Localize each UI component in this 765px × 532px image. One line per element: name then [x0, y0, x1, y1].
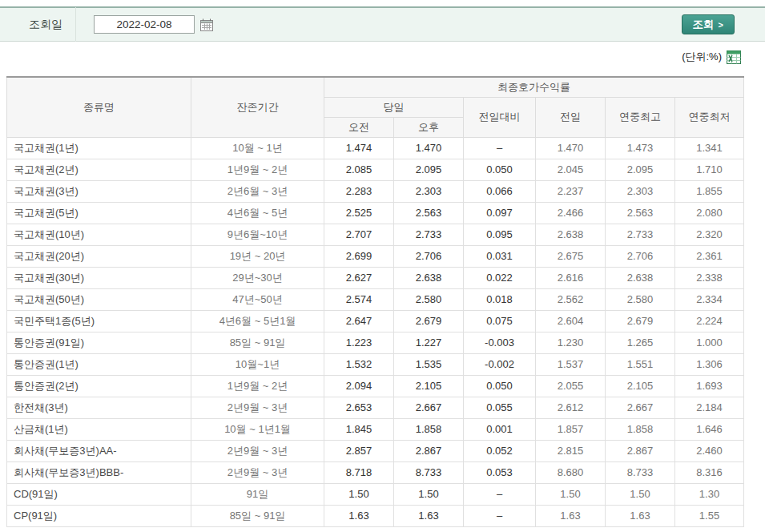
calendar-icon-svg	[200, 18, 214, 31]
cell-change: 0.050	[464, 375, 536, 397]
table-row: 국고채권(20년)19년 ~ 20년2.6992.7060.0312.6752.…	[7, 245, 744, 267]
cell-prev: 2.815	[536, 440, 606, 461]
table-row: 국고채권(2년)1년9월 ~ 2년2.0852.0950.0502.0452.0…	[7, 159, 744, 180]
cell-type: 회사채(무보증3년)BBB-	[7, 461, 191, 483]
cell-type: 한전채(3년)	[7, 397, 191, 418]
cell-prev: 2.612	[536, 397, 606, 418]
cell-prev: 2.466	[536, 202, 606, 224]
cell-change: 0.052	[464, 440, 536, 461]
cell-high: 1.551	[606, 353, 675, 375]
cell-pm: 1.470	[394, 137, 464, 159]
cell-pm: 2.580	[394, 288, 464, 310]
col-header-am: 오전	[324, 117, 394, 137]
cell-am: 1.532	[324, 353, 394, 375]
cell-high: 2.667	[606, 397, 675, 418]
excel-icon-svg	[727, 50, 741, 64]
unit-label: (단위:%)	[682, 50, 722, 64]
cell-period: 47년~50년	[191, 288, 324, 310]
cell-prev: 2.675	[536, 245, 606, 267]
cell-prev: 8.680	[536, 461, 606, 483]
table-row: 국민주택1종(5년)4년6월 ~ 5년1월2.6472.6790.0752.60…	[7, 310, 744, 332]
cell-high: 2.580	[606, 288, 675, 310]
cell-pm: 1.63	[394, 505, 464, 526]
excel-download-icon[interactable]	[727, 50, 741, 64]
col-header-yield-group: 최종호가수익률	[324, 77, 744, 97]
cell-low: 1.693	[675, 375, 744, 397]
cell-low: 2.080	[675, 202, 744, 224]
cell-change: 0.055	[464, 397, 536, 418]
cell-type: 회사채(무보증3년)AA-	[7, 440, 191, 461]
cell-pm: 1.227	[394, 332, 464, 353]
cell-change: -0.002	[464, 353, 536, 375]
cell-am: 2.707	[324, 224, 394, 245]
cell-change: 0.001	[464, 418, 536, 440]
cell-type: 국고채권(1년)	[7, 137, 191, 159]
cell-high: 2.706	[606, 245, 675, 267]
col-header-low: 연중최저	[675, 97, 744, 137]
col-header-prev: 전일	[536, 97, 606, 137]
cell-low: 1.710	[675, 159, 744, 180]
cell-change: –	[464, 505, 536, 526]
cell-period: 1년9월 ~ 2년	[191, 159, 324, 180]
cell-pm: 2.867	[394, 440, 464, 461]
cell-type: 국민주택1종(5년)	[7, 310, 191, 332]
cell-am: 2.094	[324, 375, 394, 397]
cell-period: 1년9월 ~ 2년	[191, 375, 324, 397]
table-row: 한전채(3년)2년9월 ~ 3년2.6532.6670.0552.6122.66…	[7, 397, 744, 418]
search-button[interactable]: 조회 >	[682, 14, 735, 34]
cell-low: 1.341	[675, 137, 744, 159]
cell-prev: 2.237	[536, 180, 606, 202]
cell-change: 0.050	[464, 159, 536, 180]
cell-type: 국고채권(3년)	[7, 180, 191, 202]
cell-pm: 2.733	[394, 224, 464, 245]
cell-change: –	[464, 483, 536, 505]
cell-change: 0.097	[464, 202, 536, 224]
search-button-label: 조회	[693, 18, 715, 32]
calendar-icon[interactable]	[200, 18, 214, 31]
cell-period: 10월 ~ 1년	[191, 137, 324, 159]
col-header-pm: 오후	[394, 117, 464, 137]
cell-period: 10월 ~ 1년1월	[191, 418, 324, 440]
cell-low: 1.55	[675, 505, 744, 526]
cell-period: 85일 ~ 91일	[191, 332, 324, 353]
col-header-period: 잔존기간	[191, 77, 324, 137]
table-row: 회사채(무보증3년)AA-2년9월 ~ 3년2.8572.8670.0522.8…	[7, 440, 744, 461]
cell-high: 1.265	[606, 332, 675, 353]
cell-prev: 2.045	[536, 159, 606, 180]
toolbar-divider	[75, 7, 76, 42]
cell-pm: 8.733	[394, 461, 464, 483]
cell-high: 2.563	[606, 202, 675, 224]
cell-am: 2.653	[324, 397, 394, 418]
cell-pm: 2.105	[394, 375, 464, 397]
cell-high: 2.638	[606, 267, 675, 288]
cell-am: 2.699	[324, 245, 394, 267]
cell-low: 2.361	[675, 245, 744, 267]
cell-period: 2년6월 ~ 3년	[191, 180, 324, 202]
cell-prev: 2.562	[536, 288, 606, 310]
cell-prev: 2.055	[536, 375, 606, 397]
cell-type: 산금채(1년)	[7, 418, 191, 440]
cell-period: 4년6월 ~ 5년1월	[191, 310, 324, 332]
cell-low: 8.316	[675, 461, 744, 483]
cell-period: 85일 ~ 91일	[191, 505, 324, 526]
cell-pm: 2.667	[394, 397, 464, 418]
table-row: 국고채권(3년)2년6월 ~ 3년2.2832.3030.0662.2372.3…	[7, 180, 744, 202]
table-row: CD(91일)91일1.501.50–1.501.501.30	[7, 483, 744, 505]
cell-period: 2년9월 ~ 3년	[191, 397, 324, 418]
cell-period: 4년6월 ~ 5년	[191, 202, 324, 224]
cell-change: 0.095	[464, 224, 536, 245]
cell-prev: 2.638	[536, 224, 606, 245]
date-label: 조회일	[29, 18, 75, 32]
cell-high: 1.473	[606, 137, 675, 159]
cell-type: 국고채권(50년)	[7, 288, 191, 310]
cell-low: 2.224	[675, 310, 744, 332]
date-input[interactable]	[94, 15, 195, 34]
cell-am: 1.474	[324, 137, 394, 159]
cell-high: 2.733	[606, 224, 675, 245]
cell-pm: 2.706	[394, 245, 464, 267]
cell-high: 1.63	[606, 505, 675, 526]
cell-am: 1.50	[324, 483, 394, 505]
table-row: 통안증권(2년)1년9월 ~ 2년2.0942.1050.0502.0552.1…	[7, 375, 744, 397]
cell-type: 통안증권(1년)	[7, 353, 191, 375]
cell-high: 2.303	[606, 180, 675, 202]
